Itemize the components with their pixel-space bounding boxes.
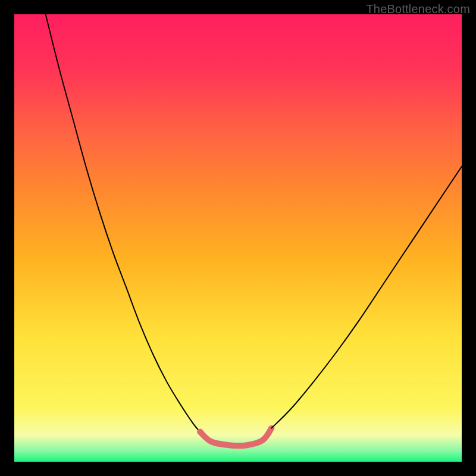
watermark-text: TheBottleneck.com — [366, 2, 470, 16]
series-trough-highlight — [200, 428, 271, 446]
series-right-curve — [271, 167, 462, 428]
plot-area — [14, 14, 462, 462]
chart-frame: TheBottleneck.com — [0, 0, 476, 476]
series-left-curve — [46, 14, 200, 432]
curve-layer — [14, 14, 462, 462]
